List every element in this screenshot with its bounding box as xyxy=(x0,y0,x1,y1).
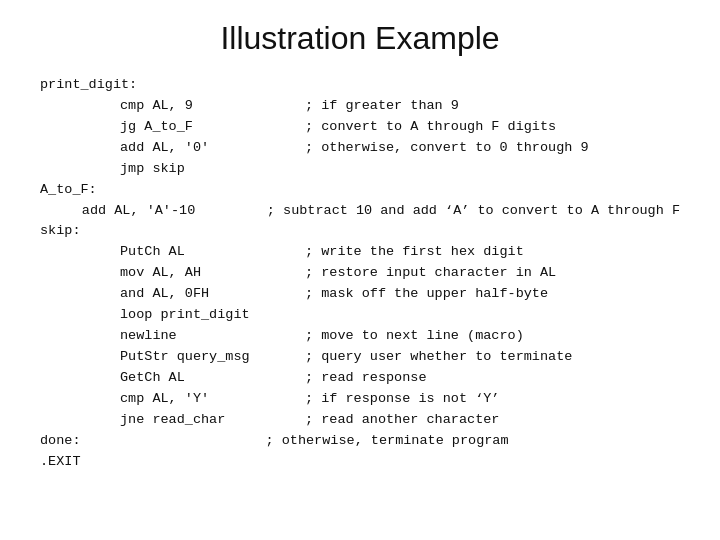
code-line: jne read_char; read another character xyxy=(40,410,680,431)
code-comment: ; if greater than 9 xyxy=(305,96,459,117)
code-comment: ; write the first hex digit xyxy=(305,242,524,263)
code-label: done: xyxy=(40,431,81,452)
code-comment: ; query user whether to terminate xyxy=(305,347,572,368)
code-line: skip: xyxy=(40,221,680,242)
code-line: jg A_to_F; convert to A through F digits xyxy=(40,117,680,138)
code-line: add AL, 'A'-10; subtract 10 and add ‘A’ … xyxy=(40,201,680,222)
code-label: skip: xyxy=(40,221,81,242)
code-line: add AL, '0'; otherwise, convert to 0 thr… xyxy=(40,138,680,159)
code-indent xyxy=(40,347,120,368)
code-line: print_digit: xyxy=(40,75,680,96)
code-indent xyxy=(40,117,120,138)
code-indent xyxy=(40,242,120,263)
page-title: Illustration Example xyxy=(40,20,680,57)
code-indent xyxy=(40,138,120,159)
code-instruction: PutStr query_msg xyxy=(120,347,305,368)
code-instruction: PutCh AL xyxy=(120,242,305,263)
code-indent xyxy=(40,96,120,117)
code-comment: ; move to next line (macro) xyxy=(305,326,524,347)
code-line: cmp AL, 9; if greater than 9 xyxy=(40,96,680,117)
code-line: cmp AL, 'Y'; if response is not ‘Y’ xyxy=(40,389,680,410)
code-indent xyxy=(40,368,120,389)
code-instruction: loop print_digit xyxy=(120,305,305,326)
code-line: PutStr query_msg; query user whether to … xyxy=(40,347,680,368)
code-instruction: jne read_char xyxy=(120,410,305,431)
code-instruction: cmp AL, 9 xyxy=(120,96,305,117)
code-line: mov AL, AH; restore input character in A… xyxy=(40,263,680,284)
code-instruction: newline xyxy=(120,326,305,347)
code-indent xyxy=(40,201,82,222)
page: Illustration Example print_digit: cmp AL… xyxy=(0,0,720,540)
code-comment: ; otherwise, terminate program xyxy=(266,431,509,452)
code-line: done: ; otherwise, terminate program xyxy=(40,431,680,452)
code-comment: ; read another character xyxy=(305,410,499,431)
code-instruction: and AL, 0FH xyxy=(120,284,305,305)
code-line: GetCh AL; read response xyxy=(40,368,680,389)
code-indent xyxy=(40,305,120,326)
code-instruction: GetCh AL xyxy=(120,368,305,389)
code-comment: ; subtract 10 and add ‘A’ to convert to … xyxy=(267,201,680,222)
code-indent xyxy=(40,159,120,180)
code-indent xyxy=(40,389,120,410)
code-instruction: cmp AL, 'Y' xyxy=(120,389,305,410)
code-block: print_digit: cmp AL, 9; if greater than … xyxy=(40,75,680,473)
code-comment: ; mask off the upper half-byte xyxy=(305,284,548,305)
code-comment: ; otherwise, convert to 0 through 9 xyxy=(305,138,589,159)
code-line: A_to_F: xyxy=(40,180,680,201)
code-instruction: add AL, 'A'-10 xyxy=(82,201,267,222)
code-indent xyxy=(40,326,120,347)
code-instruction: jg A_to_F xyxy=(120,117,305,138)
code-line: and AL, 0FH; mask off the upper half-byt… xyxy=(40,284,680,305)
code-indent xyxy=(81,431,266,452)
code-line: .EXIT xyxy=(40,452,680,473)
code-line: loop print_digit xyxy=(40,305,680,326)
code-instruction: add AL, '0' xyxy=(120,138,305,159)
code-comment: ; restore input character in AL xyxy=(305,263,556,284)
code-line: newline; move to next line (macro) xyxy=(40,326,680,347)
code-indent xyxy=(40,263,120,284)
code-instruction: mov AL, AH xyxy=(120,263,305,284)
code-line: jmp skip xyxy=(40,159,680,180)
code-comment: ; read response xyxy=(305,368,427,389)
code-instruction: jmp skip xyxy=(120,159,305,180)
code-label: print_digit: xyxy=(40,75,137,96)
code-comment: ; if response is not ‘Y’ xyxy=(305,389,499,410)
code-indent xyxy=(40,284,120,305)
code-indent xyxy=(40,410,120,431)
code-label: .EXIT xyxy=(40,452,81,473)
code-label: A_to_F: xyxy=(40,180,97,201)
code-line: PutCh AL; write the first hex digit xyxy=(40,242,680,263)
code-comment: ; convert to A through F digits xyxy=(305,117,556,138)
